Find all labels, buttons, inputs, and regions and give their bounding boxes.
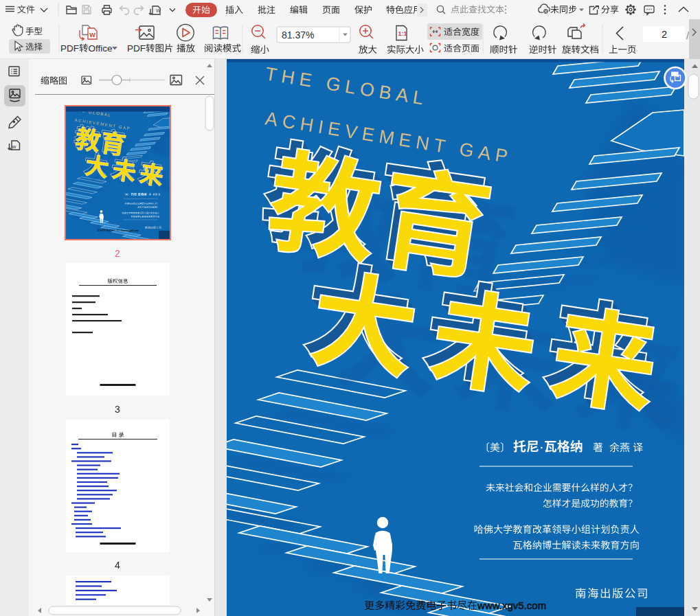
svg-text:3: 3 (115, 404, 120, 415)
svg-text:81.37%: 81.37% (282, 30, 314, 41)
svg-text:w: w (12, 144, 16, 150)
svg-text:Office: Office (89, 43, 113, 54)
svg-text:4: 4 (115, 560, 120, 571)
svg-text:2: 2 (662, 29, 667, 40)
svg-text:PDF: PDF (127, 43, 146, 54)
svg-text:1:1: 1:1 (398, 30, 407, 37)
svg-text:2: 2 (115, 248, 120, 259)
svg-text:W: W (156, 8, 161, 13)
svg-text:PDF: PDF (60, 43, 79, 54)
svg-text:w: w (89, 30, 95, 38)
